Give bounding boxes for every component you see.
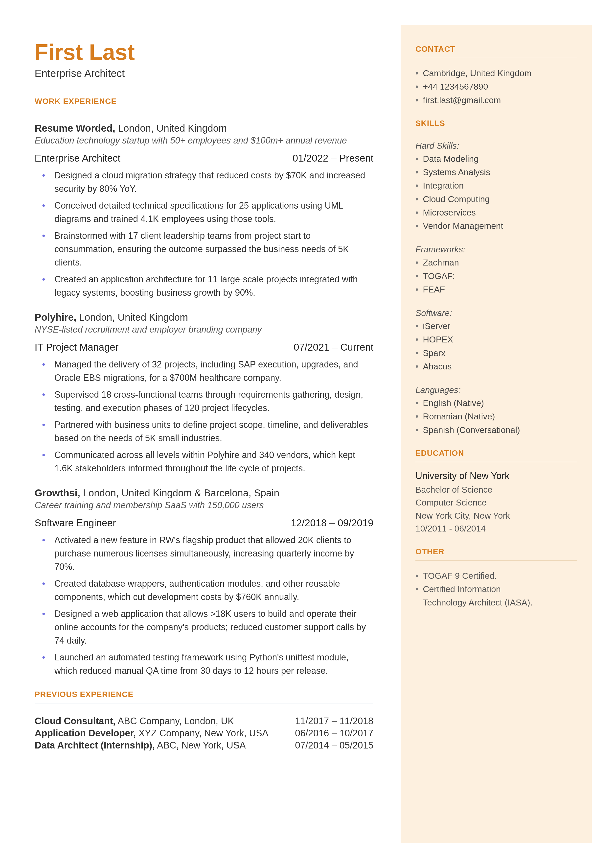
job-company-line: Growthsi, London, United Kingdom & Barce… (35, 488, 374, 498)
section-skills: SKILLS (416, 119, 577, 128)
company-description: NYSE-listed recruitment and employer bra… (35, 325, 374, 335)
skill-item: Romanian (Native) (416, 410, 577, 423)
skill-item: Microservices (416, 206, 577, 219)
role-dates: 01/2022 – Present (293, 153, 374, 164)
section-work-experience: WORK EXPERIENCE (35, 97, 374, 106)
side-column: CONTACT Cambridge, United Kingdom +44 12… (401, 25, 592, 843)
skills-hard-list: Data Modeling Systems Analysis Integrati… (416, 152, 577, 233)
job-company-line: Resume Worded, London, United Kingdom (35, 123, 374, 134)
bullet: Communicated across all levels within Po… (54, 448, 374, 475)
job-bullets: Activated a new feature in RW's flagship… (35, 533, 374, 677)
bullet: Designed a web application that allows >… (54, 607, 374, 647)
prev-rest: ABC Company, London, UK (115, 716, 234, 726)
other-item-continuation: Technology Architect (IASA). (416, 596, 577, 609)
education-block: University of New York Bachelor of Scien… (416, 470, 577, 535)
candidate-name: First Last (35, 40, 374, 65)
skills-hard-label: Hard Skills: (416, 141, 577, 151)
company-location: London, United Kingdom (76, 312, 188, 323)
bullet: Created database wrappers, authenticatio… (54, 577, 374, 604)
bullet: Designed a cloud migration strategy that… (54, 169, 374, 196)
other-item: Certified Information (416, 582, 577, 596)
contact-location: Cambridge, United Kingdom (416, 67, 577, 80)
skills-software-list: iServer HOPEX Sparx Abacus (416, 320, 577, 373)
other-item: TOGAF 9 Certified. (416, 569, 577, 582)
skills-languages-label: Languages: (416, 385, 577, 395)
education-location: New York City, New York (416, 509, 577, 522)
skill-item: Integration (416, 179, 577, 192)
main-column: First Last Enterprise Architect WORK EXP… (0, 0, 401, 868)
job-company-line: Polyhire, London, United Kingdom (35, 312, 374, 323)
skill-item: HOPEX (416, 333, 577, 346)
divider (35, 703, 374, 703)
company-name: Resume Worded, (35, 123, 115, 134)
contact-list: Cambridge, United Kingdom +44 1234567890… (416, 67, 577, 107)
skill-item: FEAF (416, 283, 577, 296)
company-description: Career training and membership SaaS with… (35, 500, 374, 511)
bullet: Supervised 18 cross-functional teams thr… (54, 388, 374, 415)
bullet: Brainstormed with 17 client leadership t… (54, 229, 374, 269)
previous-row: Cloud Consultant, ABC Company, London, U… (35, 716, 374, 727)
job-bullets: Designed a cloud migration strategy that… (35, 169, 374, 300)
prev-role: Data Architect (Internship), (35, 740, 155, 750)
skill-item: Abacus (416, 360, 577, 373)
skill-item: Systems Analysis (416, 166, 577, 179)
company-location: London, United Kingdom (115, 123, 227, 134)
skill-item: Vendor Management (416, 219, 577, 233)
section-previous-experience: PREVIOUS EXPERIENCE (35, 690, 374, 699)
bullet: Activated a new feature in RW's flagship… (54, 533, 374, 573)
job-block: Resume Worded, London, United Kingdom Ed… (35, 123, 374, 300)
skill-item: iServer (416, 320, 577, 333)
role-dates: 12/2018 – 09/2019 (291, 517, 374, 528)
role-row: IT Project Manager 07/2021 – Current (35, 342, 374, 353)
company-name: Growthsi, (35, 488, 80, 498)
prev-role: Cloud Consultant, (35, 716, 115, 726)
company-location: London, United Kingdom & Barcelona, Spai… (80, 488, 279, 498)
section-contact: CONTACT (416, 45, 577, 54)
section-education: EDUCATION (416, 449, 577, 458)
previous-row: Data Architect (Internship), ABC, New Yo… (35, 740, 374, 751)
prev-dates: 06/2016 – 10/2017 (295, 728, 374, 739)
company-description: Education technology startup with 50+ em… (35, 135, 374, 146)
education-dates: 10/2011 - 06/2014 (416, 522, 577, 535)
prev-dates: 07/2014 – 05/2015 (295, 740, 374, 751)
education-school: University of New York (416, 470, 577, 481)
contact-email: first.last@gmail.com (416, 93, 577, 107)
bullet: Partnered with business units to define … (54, 418, 374, 445)
role-title: Enterprise Architect (35, 153, 121, 164)
skill-item: English (Native) (416, 396, 577, 410)
divider (416, 57, 577, 58)
job-block: Growthsi, London, United Kingdom & Barce… (35, 488, 374, 677)
role-title: Software Engineer (35, 517, 116, 528)
skill-item: Cloud Computing (416, 193, 577, 206)
prev-role: Application Developer, (35, 728, 136, 738)
skills-languages-list: English (Native) Romanian (Native) Spani… (416, 396, 577, 437)
divider (416, 560, 577, 561)
skill-item: TOGAF: (416, 269, 577, 283)
contact-phone: +44 1234567890 (416, 80, 577, 93)
divider (416, 462, 577, 462)
job-bullets: Managed the delivery of 32 projects, inc… (35, 358, 374, 475)
skill-item: Zachman (416, 256, 577, 269)
skill-item: Data Modeling (416, 152, 577, 166)
bullet: Created an application architecture for … (54, 273, 374, 300)
candidate-title: Enterprise Architect (35, 68, 374, 79)
company-name: Polyhire, (35, 312, 76, 323)
skills-software-label: Software: (416, 308, 577, 318)
role-title: IT Project Manager (35, 342, 118, 353)
divider (35, 110, 374, 110)
previous-row: Application Developer, XYZ Company, New … (35, 728, 374, 739)
bullet: Launched an automated testing framework … (54, 651, 374, 677)
section-other: OTHER (416, 547, 577, 556)
skills-frameworks-list: Zachman TOGAF: FEAF (416, 256, 577, 296)
role-row: Software Engineer 12/2018 – 09/2019 (35, 517, 374, 528)
other-block: TOGAF 9 Certified. Certified Information… (416, 569, 577, 609)
divider (416, 132, 577, 132)
skill-item: Spanish (Conversational) (416, 423, 577, 437)
bullet: Managed the delivery of 32 projects, inc… (54, 358, 374, 385)
role-dates: 07/2021 – Current (294, 342, 374, 353)
prev-rest: ABC, New York, USA (155, 740, 246, 750)
prev-dates: 11/2017 – 11/2018 (295, 716, 374, 727)
role-row: Enterprise Architect 01/2022 – Present (35, 153, 374, 164)
skill-item: Sparx (416, 346, 577, 360)
skills-frameworks-label: Frameworks: (416, 244, 577, 255)
